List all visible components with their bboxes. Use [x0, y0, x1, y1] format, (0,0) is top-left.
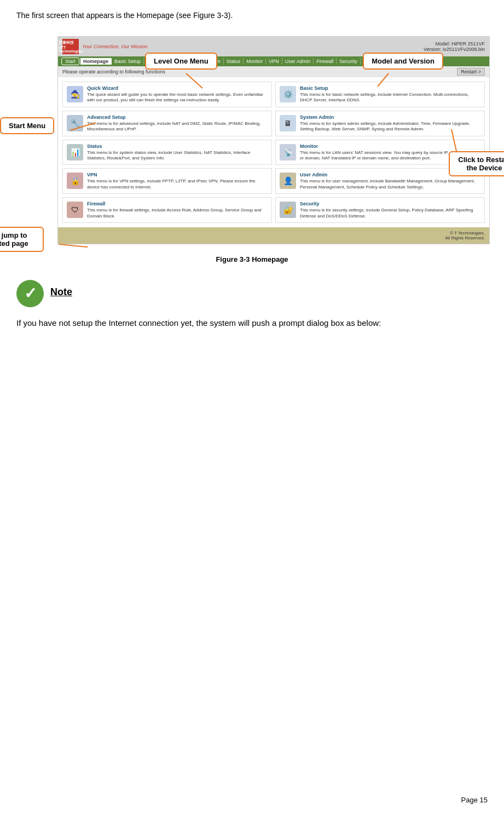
nav-menu: Homepage Basic Setup Advanced Setup Syst… — [80, 58, 376, 65]
status-desc: This menu is for system status view, inc… — [87, 150, 268, 162]
nav-item-homepage[interactable]: Homepage — [80, 58, 112, 65]
system-admin-icon: 🖥 — [279, 114, 297, 132]
menu-card-status[interactable]: 📊 Status This menu is for system status … — [62, 140, 272, 165]
system-admin-title: System Admin — [300, 114, 481, 120]
firewall-title: Firewall — [87, 201, 268, 206]
monitor-icon: 📡 — [279, 144, 297, 161]
logo-box: 艾泰科技UTT Technologies — [62, 39, 79, 54]
callout-start-menu: Start Menu — [0, 117, 54, 134]
basic-setup-desc: This menu is for basic network settings,… — [300, 92, 481, 104]
note-section: ✓ Note — [16, 280, 488, 307]
status-content: Status This menu is for system status vi… — [87, 144, 268, 162]
advanced-setup-content: Advanced Setup This menu is for advanced… — [87, 114, 268, 133]
quick-wizard-desc: The quick wizard will guide you to opera… — [87, 92, 268, 104]
basic-setup-content: Basic Setup This menu is for basic netwo… — [300, 85, 481, 104]
nav-item-security[interactable]: Security — [337, 58, 361, 65]
advanced-setup-title: Advanced Setup — [87, 114, 268, 120]
nav-start[interactable]: Start — [61, 58, 79, 65]
footer-copyright: © T Technologies,All Rights Reserved. — [62, 231, 485, 240]
firewall-desc: This menu is for firewall settings, incl… — [87, 208, 268, 219]
menu-card-vpn[interactable]: 🔒 VPN This menu is for VPN settings, inc… — [62, 168, 272, 194]
restart-button[interactable]: Restart > — [457, 68, 485, 76]
nav-item-firewall[interactable]: Firewall — [314, 58, 337, 65]
please-operate-text: Please operate according to following fu… — [62, 69, 165, 74]
note-body-text: If you have not setup the Internet conne… — [16, 316, 488, 330]
menu-card-quick-wizard[interactable]: 🧙 Quick Wizard The quick wizard will gui… — [62, 82, 272, 107]
figure-caption: Figure 3-3 Homepage — [16, 255, 488, 263]
page-number: Page 15 — [461, 796, 488, 804]
note-label: Note — [50, 286, 72, 298]
menu-card-advanced-setup[interactable]: 🔧 Advanced Setup This menu is for advanc… — [62, 111, 272, 136]
tagline: Your Connection, Our Mission — [82, 44, 148, 49]
nav-item-vpn[interactable]: VPN — [266, 58, 282, 65]
quick-wizard-content: Quick Wizard The quick wizard will guide… — [87, 85, 268, 104]
user-admin-desc: This menu is for user management, includ… — [300, 179, 481, 190]
menu-card-basic-setup[interactable]: ⚙️ Basic Setup This menu is for basic ne… — [275, 82, 485, 107]
vpn-title: VPN — [87, 172, 268, 177]
callout-click-restart: Click to Restartthe Device — [449, 151, 504, 176]
monitor-title: Monitor — [300, 144, 481, 149]
status-title: Status — [87, 144, 268, 149]
security-title: Security — [300, 201, 481, 206]
nav-item-basic-setup[interactable]: Basic Setup — [112, 58, 144, 65]
callout-model-version: Model and Version — [363, 53, 443, 70]
user-admin-icon: 👤 — [279, 172, 297, 190]
system-admin-desc: This menu is for system admin settings, … — [300, 121, 481, 133]
security-content: Security This menu is for security setti… — [300, 201, 481, 219]
vpn-content: VPN This menu is for VPN settings, inclu… — [87, 172, 268, 190]
menu-card-security[interactable]: 🔐 Security This menu is for security set… — [275, 197, 485, 223]
quick-wizard-title: Quick Wizard — [87, 85, 268, 91]
nav-item-user-admin[interactable]: User Admin — [282, 58, 314, 65]
vpn-desc: This menu is for VPN settings, include P… — [87, 179, 268, 190]
menu-card-system-admin[interactable]: 🖥 System Admin This menu is for system a… — [275, 111, 485, 136]
router-body: 🧙 Quick Wizard The quick wizard will gui… — [58, 77, 489, 227]
menu-card-firewall[interactable]: 🛡 Firewall This menu is for firewall set… — [62, 197, 272, 223]
model-info: Model: HiPER 2511VF Version: iv2511VFv20… — [424, 41, 485, 52]
nav-item-status[interactable]: Status — [224, 58, 244, 65]
firewall-icon: 🛡 — [66, 201, 84, 219]
basic-setup-title: Basic Setup — [300, 85, 481, 91]
callout-click-jump: Click to jump tothe related page — [0, 227, 44, 252]
security-desc: This menu is for security settings, incl… — [300, 208, 481, 219]
status-icon: 📊 — [66, 144, 84, 161]
security-icon: 🔐 — [279, 201, 297, 219]
firewall-content: Firewall This menu is for firewall setti… — [87, 201, 268, 219]
callout-level-one-menu: Level One Menu — [145, 53, 217, 70]
intro-text: The first screen that appears is the Hom… — [16, 11, 488, 20]
system-admin-content: System Admin This menu is for system adm… — [300, 114, 481, 133]
quick-wizard-icon: 🧙 — [66, 85, 84, 103]
svg-line-4 — [59, 244, 88, 247]
note-icon: ✓ — [16, 280, 44, 307]
vpn-icon: 🔒 — [66, 172, 84, 190]
router-logo: 艾泰科技UTT Technologies Your Connection, Ou… — [62, 39, 148, 54]
nav-item-monitor[interactable]: Monitor — [244, 58, 266, 65]
advanced-setup-icon: 🔧 — [66, 114, 84, 132]
router-footer: © T Technologies,All Rights Reserved. — [58, 227, 489, 244]
basic-setup-icon: ⚙️ — [279, 85, 297, 103]
advanced-setup-desc: This menu is for advanced settings, incl… — [87, 121, 268, 133]
